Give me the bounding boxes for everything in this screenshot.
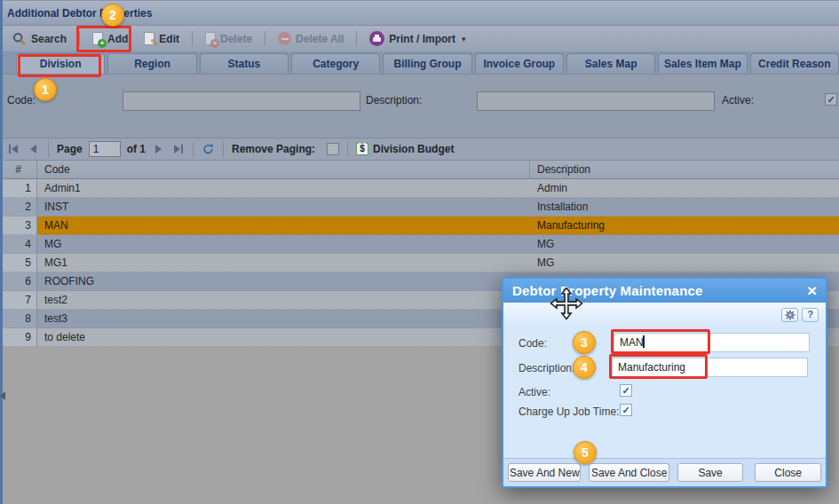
settings-button[interactable] — [781, 308, 798, 322]
edit-icon: ✎ — [144, 32, 154, 45]
collapse-panel-icon[interactable] — [0, 391, 5, 400]
close-button[interactable]: Close — [755, 463, 821, 482]
filter-description-label: Description: — [366, 94, 422, 106]
dialog-active-label: Active: — [518, 386, 550, 398]
table-row[interactable]: 5 MG1 MG — [0, 254, 839, 272]
refresh-icon[interactable] — [202, 143, 215, 155]
annotation-badge-3: 3 — [573, 331, 596, 354]
filter-panel: Code: Description: Active: ✓ — [0, 75, 839, 138]
page-number-input[interactable] — [89, 141, 121, 157]
annotation-rect-division — [18, 54, 101, 77]
filter-active-label: Active: — [722, 94, 754, 106]
delete-all-label: Delete All — [296, 33, 344, 45]
table-row[interactable]: 2 INST Installation — [0, 198, 839, 217]
edit-label: Edit — [159, 33, 179, 45]
search-icon — [12, 32, 27, 46]
print-import-button[interactable]: Print / Import ▾ — [364, 28, 471, 49]
dollar-icon: $ — [356, 143, 368, 155]
print-import-label: Print / Import — [389, 33, 455, 45]
page-of-label: of 1 — [127, 143, 146, 155]
tab-strip: Division Region Status Category Billing … — [0, 51, 839, 75]
paging-separator — [193, 142, 194, 157]
delete-icon: × — [205, 32, 216, 45]
search-button[interactable]: Search — [7, 29, 72, 49]
table-row[interactable]: 4 MG MG — [0, 235, 839, 254]
filter-code-input[interactable] — [123, 91, 360, 111]
dialog-charge-up-job-time-checkbox[interactable]: ✓ — [620, 404, 632, 416]
remove-paging-checkbox[interactable] — [327, 143, 339, 155]
search-label: Search — [31, 33, 67, 45]
division-budget-button[interactable]: $ Division Budget — [356, 143, 454, 155]
window-left-border — [0, 0, 3, 504]
tab-category[interactable]: Category — [291, 53, 380, 74]
tab-sales-map[interactable]: Sales Map — [566, 53, 655, 74]
delete-label: Delete — [220, 33, 252, 45]
annotation-rect-description — [609, 354, 708, 379]
tab-billing-group[interactable]: Billing Group — [383, 53, 471, 74]
delete-all-icon — [278, 32, 291, 45]
tab-credit-reason[interactable]: Credit Reason — [750, 53, 839, 74]
paging-separator — [48, 142, 49, 157]
filter-code-label: Code: — [7, 94, 36, 106]
save-and-new-button[interactable]: Save And New — [508, 463, 581, 482]
tab-region[interactable]: Region — [107, 53, 196, 74]
table-row[interactable]: 1 Admin1 Admin — [0, 179, 839, 198]
edit-button[interactable]: ✎ Edit — [139, 29, 185, 48]
delete-all-button[interactable]: Delete All — [273, 29, 349, 48]
dropdown-caret-icon: ▾ — [462, 35, 466, 43]
save-and-close-button[interactable]: Save And Close — [589, 463, 669, 482]
filter-active-checkbox[interactable]: ✓ — [825, 93, 837, 106]
annotation-badge-2: 2 — [101, 4, 124, 27]
annotation-badge-5: 5 — [574, 441, 597, 464]
dialog-code-label: Code: — [518, 337, 547, 350]
annotation-rect-code — [611, 329, 710, 354]
toolbar-separator — [356, 31, 357, 46]
paging-separator — [347, 142, 348, 157]
next-page-icon[interactable] — [152, 143, 165, 155]
help-button[interactable]: ? — [802, 308, 819, 322]
toolbar-separator — [265, 31, 265, 46]
annotation-rect-add — [76, 26, 131, 52]
save-button[interactable]: Save — [677, 463, 744, 482]
grid-header: # Code Description — [0, 161, 839, 179]
dialog-charge-up-job-time-label: Charge Up Job Time: — [518, 406, 619, 418]
division-budget-label: Division Budget — [373, 143, 454, 155]
window-title: Additional Debtor Properties — [7, 7, 152, 20]
toolbar-separator — [192, 31, 193, 46]
dialog-description-label: Description: — [518, 362, 574, 374]
close-icon[interactable]: × — [807, 282, 817, 299]
remove-paging-label: Remove Paging: — [232, 143, 315, 155]
annotation-badge-1: 1 — [34, 78, 57, 101]
move-cursor-icon — [550, 287, 583, 320]
table-row-selected[interactable]: 3 MAN Manufacturing — [0, 217, 839, 235]
print-icon — [369, 31, 384, 46]
app-window: Additional Debtor Properties Search + Ad… — [0, 0, 839, 504]
gear-icon — [785, 310, 795, 320]
window-titlebar: Additional Debtor Properties — [0, 0, 839, 26]
filter-description-input[interactable] — [477, 91, 715, 111]
tab-status[interactable]: Status — [200, 53, 289, 74]
tab-sales-item-map[interactable]: Sales Item Map — [658, 53, 747, 74]
dialog-active-checkbox[interactable]: ✓ — [620, 384, 632, 397]
first-page-icon[interactable] — [7, 143, 20, 155]
dialog-footer: Save And New Save And Close Save Close — [503, 458, 826, 486]
last-page-icon[interactable] — [171, 143, 185, 155]
page-label: Page — [57, 143, 83, 155]
delete-button[interactable]: × Delete — [200, 29, 257, 48]
prev-page-icon[interactable] — [27, 143, 40, 155]
paging-separator — [223, 142, 224, 157]
annotation-badge-4: 4 — [573, 356, 596, 379]
paging-toolbar: Page of 1 Remove Paging: $ Division Budg… — [0, 138, 839, 161]
col-header-code[interactable]: Code — [37, 161, 530, 178]
col-header-num[interactable]: # — [0, 161, 37, 178]
tab-invoice-group[interactable]: Invoice Group — [475, 53, 564, 74]
col-header-description[interactable]: Description — [530, 161, 839, 178]
